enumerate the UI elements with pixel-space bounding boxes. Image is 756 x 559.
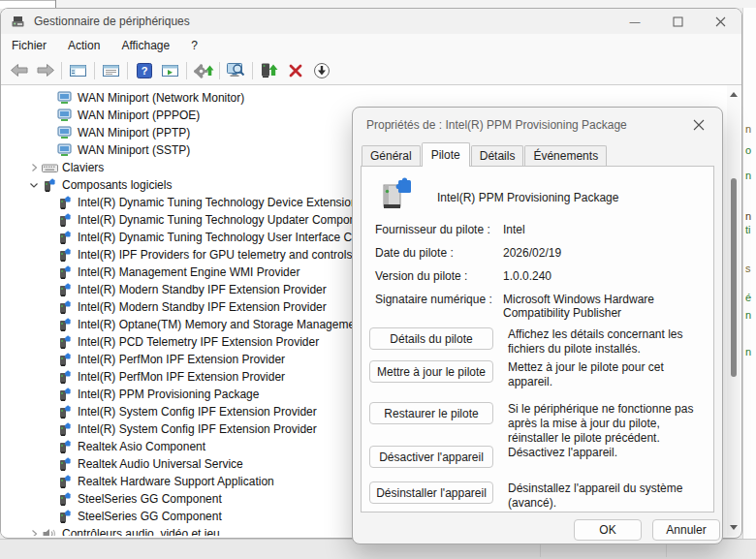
tree-item-label: Intel(R) PerfMon IPF Extension Provider bbox=[75, 370, 285, 384]
background-text-fragment: n bbox=[745, 211, 751, 222]
tree-scrollbar[interactable] bbox=[727, 85, 740, 536]
tab-v-nements[interactable]: Événements bbox=[524, 145, 607, 166]
component-icon bbox=[42, 178, 59, 193]
tab-g-n-ral[interactable]: Général bbox=[362, 145, 421, 166]
window-title: Gestionnaire de périphériques bbox=[34, 15, 190, 28]
scrollbar-down-icon[interactable] bbox=[727, 520, 740, 534]
uninstall-device-icon bbox=[288, 63, 303, 78]
disable-device-button[interactable] bbox=[308, 59, 334, 82]
driver-action-row: Restaurer le piloteSi le périphérique ne… bbox=[369, 402, 708, 446]
window-titlebar: Gestionnaire de périphériques — bbox=[1, 9, 741, 34]
maximize-button[interactable] bbox=[656, 9, 699, 34]
component-icon bbox=[57, 440, 75, 454]
component-icon bbox=[57, 405, 75, 419]
tree-item-label: Intel(R) IPF Providers for GPU telemetry… bbox=[75, 248, 352, 262]
screen: nonntisénn Gestionnaire de périphériques… bbox=[0, 0, 756, 559]
tree-item-label: Intel(R) PPM Provisioning Package bbox=[75, 388, 259, 401]
menu-item-action[interactable]: Action bbox=[57, 35, 110, 56]
tree-item-label: WAN Miniport (PPPOE) bbox=[75, 109, 200, 122]
tree-item-label: WAN Miniport (Network Monitor) bbox=[75, 91, 244, 105]
network-icon bbox=[57, 126, 75, 140]
tree-item-label: SteelSeries GG Component bbox=[75, 492, 222, 506]
bottom-strip-divider bbox=[540, 543, 541, 557]
restaurer-le-pilote-button[interactable]: Restaurer le pilote bbox=[369, 402, 493, 424]
back-button[interactable] bbox=[6, 59, 32, 82]
background-text-fragment: ti bbox=[745, 225, 751, 235]
driver-action-row: Détails du piloteAffichez les détails co… bbox=[369, 327, 708, 357]
tree-item-label: WAN Miniport (SSTP) bbox=[75, 143, 190, 157]
tree-item-label: Realtek Audio Universal Service bbox=[75, 457, 243, 471]
disable-device-icon bbox=[313, 62, 331, 79]
chevron-down-icon[interactable] bbox=[26, 179, 42, 191]
audio-icon bbox=[42, 527, 59, 536]
field-label: Version du pilote : bbox=[375, 269, 503, 284]
field-label: Signataire numérique : bbox=[375, 293, 503, 320]
help-button[interactable]: ? bbox=[131, 59, 157, 82]
show-action-pane-icon bbox=[161, 63, 179, 78]
update-driver-software-button[interactable] bbox=[256, 59, 282, 82]
ok-button[interactable]: OK bbox=[574, 519, 642, 541]
properties-button[interactable] bbox=[98, 59, 124, 82]
d-sactiver-l-appareil-button[interactable]: Désactiver l'appareil bbox=[369, 446, 493, 468]
component-icon bbox=[57, 492, 75, 507]
toolbar-separator bbox=[127, 62, 128, 79]
menu-item-help[interactable]: ? bbox=[180, 35, 208, 56]
component-icon bbox=[57, 388, 75, 402]
device-header: Intel(R) PPM Provisioning Package bbox=[362, 167, 713, 218]
action-description: Affichez les détails concernant les fich… bbox=[508, 327, 708, 357]
component-icon bbox=[57, 300, 75, 315]
chevron-right-icon[interactable] bbox=[26, 528, 42, 536]
update-driver-icon bbox=[193, 62, 214, 78]
chevron-right-icon[interactable] bbox=[26, 162, 42, 173]
back-icon bbox=[10, 63, 29, 78]
toolbar-separator bbox=[219, 62, 220, 79]
driver-fields: Fournisseur du pilote :IntelDate du pilo… bbox=[375, 223, 706, 328]
driver-field-version-du-pilote: Version du pilote :1.0.0.240 bbox=[375, 269, 706, 284]
properties-icon bbox=[102, 63, 120, 78]
driver-field-date-du-pilote: Date du pilote :2026/02/19 bbox=[375, 246, 706, 261]
scan-hardware-changes-button[interactable] bbox=[223, 59, 249, 82]
component-icon bbox=[57, 231, 75, 245]
tab-d-tails[interactable]: Détails bbox=[471, 145, 524, 166]
software-component-icon bbox=[377, 177, 414, 218]
driver-tab-page: Intel(R) PPM Provisioning Package Fourni… bbox=[361, 166, 714, 512]
d-tails-du-pilote-button[interactable]: Détails du pilote bbox=[369, 327, 493, 350]
properties-dialog: Propriétés de : Intel(R) PPM Provisionin… bbox=[352, 107, 723, 544]
d-sinstaller-l-appareil-button[interactable]: Désinstaller l'appareil bbox=[369, 481, 493, 504]
field-label: Date du pilote : bbox=[375, 246, 503, 261]
dialog-close-icon[interactable] bbox=[687, 115, 710, 136]
show-console-tree-button[interactable] bbox=[65, 59, 91, 82]
tree-item-label: Intel(R) Modern Standby IPF Extension Pr… bbox=[75, 283, 327, 296]
component-icon bbox=[57, 422, 75, 437]
forward-button[interactable] bbox=[32, 59, 58, 82]
help-icon: ? bbox=[137, 63, 152, 78]
forward-icon bbox=[36, 63, 55, 78]
background-text-fragment: n bbox=[745, 124, 751, 135]
scrollbar-thumb[interactable] bbox=[731, 178, 737, 377]
show-action-pane-button[interactable] bbox=[157, 59, 183, 82]
mettre-jour-le-pilote-button[interactable]: Mettre à jour le pilote bbox=[369, 360, 493, 383]
field-value: Microsoft Windows Hardware Compatibility… bbox=[503, 293, 706, 320]
network-icon bbox=[57, 91, 75, 105]
scrollbar-up-icon[interactable] bbox=[727, 87, 740, 101]
action-description: Si le périphérique ne fonctionne pas apr… bbox=[508, 402, 708, 446]
tree-item-label: Contrôleurs audio, vidéo et jeu bbox=[59, 527, 220, 536]
dialog-title: Propriétés de : Intel(R) PPM Provisionin… bbox=[366, 118, 627, 132]
keyboard-icon bbox=[42, 162, 59, 174]
menu-item-fichier[interactable]: Fichier bbox=[1, 35, 57, 56]
cancel-button[interactable]: Annuler bbox=[652, 519, 720, 541]
component-icon bbox=[57, 283, 75, 297]
tree-item-label: Intel(R) System Config IPF Extension Pro… bbox=[75, 405, 317, 419]
update-driver-button[interactable] bbox=[190, 59, 216, 82]
tree-item-label: Intel(R) Management Engine WMI Provider bbox=[75, 265, 299, 279]
close-button[interactable] bbox=[699, 9, 741, 34]
tree-item-wan-miniport-network-monitor[interactable]: WAN Miniport (Network Monitor) bbox=[1, 89, 726, 107]
toolbar-separator bbox=[252, 62, 253, 79]
dialog-tabs: GénéralPiloteDétailsÉvénements bbox=[362, 144, 608, 166]
tab-pilote[interactable]: Pilote bbox=[422, 142, 470, 167]
uninstall-device-button[interactable] bbox=[282, 59, 308, 82]
menu-item-affichage[interactable]: Affichage bbox=[110, 35, 180, 56]
minimize-button[interactable]: — bbox=[614, 9, 656, 34]
field-value: Intel bbox=[503, 223, 706, 237]
background-text-fragment: n bbox=[745, 310, 751, 321]
